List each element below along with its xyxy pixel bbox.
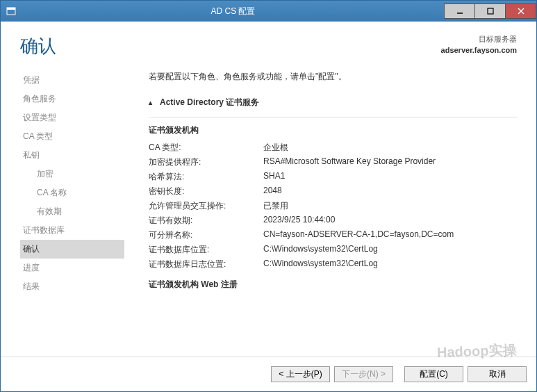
titlebar: AD CS 配置 [1, 1, 536, 22]
group-web-enroll: 证书颁发机构 Web 注册 [149, 279, 517, 291]
sidebar-item-7[interactable]: 有效期 [20, 202, 124, 221]
sidebar-item-6[interactable]: CA 名称 [20, 183, 124, 202]
sidebar-item-3[interactable]: CA 类型 [20, 127, 124, 146]
kv-value: 2048 [263, 186, 282, 197]
kv-key: 证书数据库日志位置: [149, 259, 263, 270]
configure-button[interactable]: 配置(C) [404, 366, 463, 382]
sidebar-item-11[interactable]: 结果 [20, 277, 124, 296]
kv-row-1: 加密提供程序:RSA#Microsoft Software Key Storag… [149, 155, 517, 170]
close-button[interactable] [505, 3, 536, 19]
sidebar-item-2[interactable]: 设置类型 [20, 108, 124, 127]
kv-row-8: 证书数据库日志位置:C:\Windows\system32\CertLog [149, 257, 517, 272]
group-ca: 证书颁发机构 [149, 124, 517, 136]
kv-value: CN=fayson-ADSERVER-CA-1,DC=fayson,DC=com [263, 229, 454, 241]
svg-rect-3 [488, 8, 493, 14]
next-button: 下一步(N) > [334, 366, 393, 382]
kv-key: 加密提供程序: [149, 156, 263, 168]
cancel-button[interactable]: 取消 [468, 366, 527, 382]
kv-row-2: 哈希算法:SHA1 [149, 170, 517, 184]
sidebar-item-10[interactable]: 进度 [20, 259, 124, 277]
target-server-value: adserver.fayson.com [441, 46, 517, 54]
page-title: 确认 [20, 34, 56, 58]
kv-key: 证书数据库位置: [149, 244, 263, 256]
kv-row-4: 允许管理员交互操作:已禁用 [149, 199, 517, 213]
kv-value: C:\Windows\system32\CertLog [263, 259, 378, 270]
sidebar-item-9[interactable]: 确认 [20, 240, 124, 259]
sidebar-item-1[interactable]: 角色服务 [20, 90, 124, 108]
content-area: 确认 目标服务器 adserver.fayson.com 凭据角色服务设置类型C… [1, 22, 536, 391]
svg-rect-1 [7, 8, 15, 10]
kv-value: 已禁用 [263, 200, 288, 212]
section-ad-cs[interactable]: ▴ Active Directory 证书服务 [149, 92, 517, 113]
kv-row-3: 密钥长度:2048 [149, 184, 517, 199]
previous-button[interactable]: < 上一步(P) [271, 366, 330, 382]
kv-value: SHA1 [263, 171, 285, 183]
kv-value: RSA#Microsoft Software Key Storage Provi… [263, 156, 436, 168]
footer: < 上一步(P) 下一步(N) > 配置(C) 取消 [1, 357, 536, 391]
configure-hint: 若要配置以下角色、角色服务或功能，请单击"配置"。 [149, 71, 517, 83]
kv-key: 可分辨名称: [149, 229, 263, 241]
kv-row-5: 证书有效期:2023/9/25 10:44:00 [149, 213, 517, 228]
divider [149, 117, 517, 117]
chevron-up-icon: ▴ [149, 99, 160, 106]
kv-value: 企业根 [263, 142, 288, 154]
minimize-button[interactable] [444, 3, 475, 19]
window-controls [445, 3, 536, 19]
wizard-sidebar: 凭据角色服务设置类型CA 类型私钥加密CA 名称有效期证书数据库确认进度结果 [20, 71, 124, 357]
kv-value: C:\Windows\system32\CertLog [263, 244, 378, 256]
details-pane: 若要配置以下角色、角色服务或功能，请单击"配置"。 ▴ Active Direc… [124, 71, 517, 357]
section-title: Active Directory 证书服务 [160, 97, 259, 108]
kv-row-0: CA 类型:企业根 [149, 140, 517, 155]
kv-key: 允许管理员交互操作: [149, 200, 263, 212]
sidebar-item-5[interactable]: 加密 [20, 165, 124, 183]
sidebar-item-0[interactable]: 凭据 [20, 71, 124, 90]
wizard-window: AD CS 配置 确认 目标服务器 adserver.fayson.com 凭据… [0, 0, 537, 392]
kv-key: 密钥长度: [149, 186, 263, 197]
window-title: AD CS 配置 [22, 6, 445, 17]
kv-row-6: 可分辨名称:CN=fayson-ADSERVER-CA-1,DC=fayson,… [149, 228, 517, 243]
main-area: 凭据角色服务设置类型CA 类型私钥加密CA 名称有效期证书数据库确认进度结果 若… [1, 64, 536, 357]
kv-key: 哈希算法: [149, 171, 263, 183]
kv-rows: CA 类型:企业根加密提供程序:RSA#Microsoft Software K… [149, 140, 517, 272]
header-area: 确认 目标服务器 adserver.fayson.com [1, 22, 536, 64]
kv-row-7: 证书数据库位置:C:\Windows\system32\CertLog [149, 243, 517, 257]
kv-value: 2023/9/25 10:44:00 [263, 215, 335, 227]
maximize-button[interactable] [474, 3, 506, 19]
app-icon [1, 6, 22, 16]
sidebar-item-8[interactable]: 证书数据库 [20, 221, 124, 240]
sidebar-item-4[interactable]: 私钥 [20, 146, 124, 165]
target-server-label: 目标服务器 [441, 34, 517, 44]
target-server-block: 目标服务器 adserver.fayson.com [441, 34, 517, 54]
kv-key: 证书有效期: [149, 215, 263, 227]
kv-key: CA 类型: [149, 142, 263, 154]
